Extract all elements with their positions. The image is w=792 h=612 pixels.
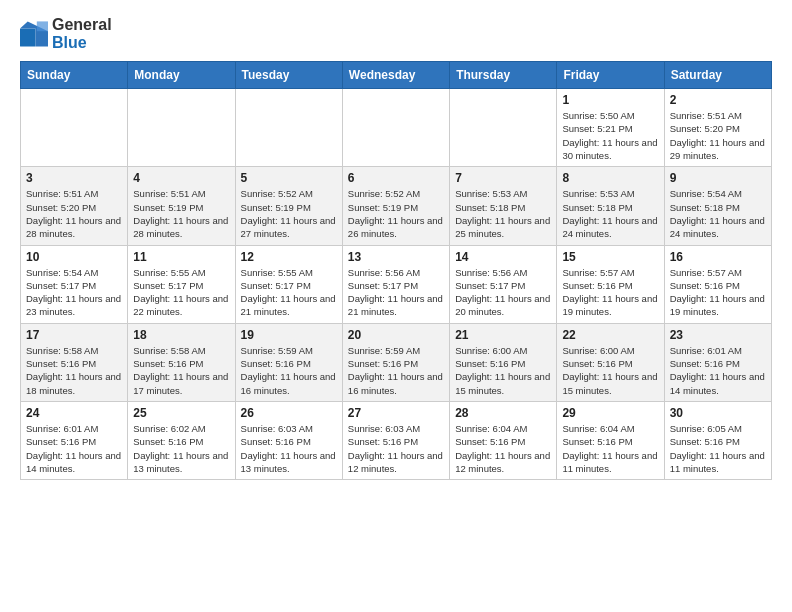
- day-info: Sunrise: 5:56 AM Sunset: 5:17 PM Dayligh…: [455, 266, 551, 319]
- calendar-cell: [342, 89, 449, 167]
- calendar-cell: 18Sunrise: 5:58 AM Sunset: 5:16 PM Dayli…: [128, 323, 235, 401]
- week-row-2: 3Sunrise: 5:51 AM Sunset: 5:20 PM Daylig…: [21, 167, 772, 245]
- svg-marker-2: [37, 21, 48, 31]
- calendar-cell: 20Sunrise: 5:59 AM Sunset: 5:16 PM Dayli…: [342, 323, 449, 401]
- calendar-cell: 26Sunrise: 6:03 AM Sunset: 5:16 PM Dayli…: [235, 401, 342, 479]
- calendar-cell: 22Sunrise: 6:00 AM Sunset: 5:16 PM Dayli…: [557, 323, 664, 401]
- calendar-cell: 24Sunrise: 6:01 AM Sunset: 5:16 PM Dayli…: [21, 401, 128, 479]
- day-info: Sunrise: 5:59 AM Sunset: 5:16 PM Dayligh…: [348, 344, 444, 397]
- day-info: Sunrise: 5:50 AM Sunset: 5:21 PM Dayligh…: [562, 109, 658, 162]
- day-number: 21: [455, 328, 551, 342]
- day-number: 13: [348, 250, 444, 264]
- day-number: 2: [670, 93, 766, 107]
- week-row-3: 10Sunrise: 5:54 AM Sunset: 5:17 PM Dayli…: [21, 245, 772, 323]
- logo: General Blue: [20, 16, 112, 51]
- day-info: Sunrise: 6:00 AM Sunset: 5:16 PM Dayligh…: [562, 344, 658, 397]
- weekday-header-thursday: Thursday: [450, 62, 557, 89]
- weekday-header-friday: Friday: [557, 62, 664, 89]
- calendar-cell: 27Sunrise: 6:03 AM Sunset: 5:16 PM Dayli…: [342, 401, 449, 479]
- calendar-table: SundayMondayTuesdayWednesdayThursdayFrid…: [20, 61, 772, 480]
- logo-line2: Blue: [52, 34, 112, 52]
- day-number: 4: [133, 171, 229, 185]
- day-info: Sunrise: 5:55 AM Sunset: 5:17 PM Dayligh…: [241, 266, 337, 319]
- day-number: 9: [670, 171, 766, 185]
- day-info: Sunrise: 5:56 AM Sunset: 5:17 PM Dayligh…: [348, 266, 444, 319]
- day-number: 26: [241, 406, 337, 420]
- calendar-cell: 3Sunrise: 5:51 AM Sunset: 5:20 PM Daylig…: [21, 167, 128, 245]
- day-info: Sunrise: 6:02 AM Sunset: 5:16 PM Dayligh…: [133, 422, 229, 475]
- calendar-cell: 19Sunrise: 5:59 AM Sunset: 5:16 PM Dayli…: [235, 323, 342, 401]
- calendar-cell: 12Sunrise: 5:55 AM Sunset: 5:17 PM Dayli…: [235, 245, 342, 323]
- day-number: 25: [133, 406, 229, 420]
- week-row-4: 17Sunrise: 5:58 AM Sunset: 5:16 PM Dayli…: [21, 323, 772, 401]
- weekday-header-sunday: Sunday: [21, 62, 128, 89]
- day-info: Sunrise: 6:04 AM Sunset: 5:16 PM Dayligh…: [562, 422, 658, 475]
- day-number: 23: [670, 328, 766, 342]
- calendar-cell: 13Sunrise: 5:56 AM Sunset: 5:17 PM Dayli…: [342, 245, 449, 323]
- day-info: Sunrise: 6:01 AM Sunset: 5:16 PM Dayligh…: [26, 422, 122, 475]
- day-number: 28: [455, 406, 551, 420]
- weekday-header-tuesday: Tuesday: [235, 62, 342, 89]
- calendar-cell: 8Sunrise: 5:53 AM Sunset: 5:18 PM Daylig…: [557, 167, 664, 245]
- calendar-cell: [235, 89, 342, 167]
- calendar-cell: [450, 89, 557, 167]
- day-info: Sunrise: 6:04 AM Sunset: 5:16 PM Dayligh…: [455, 422, 551, 475]
- weekday-header-row: SundayMondayTuesdayWednesdayThursdayFrid…: [21, 62, 772, 89]
- calendar-cell: 6Sunrise: 5:52 AM Sunset: 5:19 PM Daylig…: [342, 167, 449, 245]
- day-info: Sunrise: 5:51 AM Sunset: 5:20 PM Dayligh…: [670, 109, 766, 162]
- calendar-cell: 30Sunrise: 6:05 AM Sunset: 5:16 PM Dayli…: [664, 401, 771, 479]
- calendar-cell: 25Sunrise: 6:02 AM Sunset: 5:16 PM Dayli…: [128, 401, 235, 479]
- calendar-cell: 10Sunrise: 5:54 AM Sunset: 5:17 PM Dayli…: [21, 245, 128, 323]
- calendar-cell: 7Sunrise: 5:53 AM Sunset: 5:18 PM Daylig…: [450, 167, 557, 245]
- day-info: Sunrise: 5:53 AM Sunset: 5:18 PM Dayligh…: [455, 187, 551, 240]
- calendar-cell: 1Sunrise: 5:50 AM Sunset: 5:21 PM Daylig…: [557, 89, 664, 167]
- calendar-cell: 4Sunrise: 5:51 AM Sunset: 5:19 PM Daylig…: [128, 167, 235, 245]
- logo-icon: [20, 20, 48, 48]
- calendar-cell: 16Sunrise: 5:57 AM Sunset: 5:16 PM Dayli…: [664, 245, 771, 323]
- day-info: Sunrise: 5:57 AM Sunset: 5:16 PM Dayligh…: [670, 266, 766, 319]
- day-info: Sunrise: 5:52 AM Sunset: 5:19 PM Dayligh…: [348, 187, 444, 240]
- calendar-cell: [21, 89, 128, 167]
- day-info: Sunrise: 5:55 AM Sunset: 5:17 PM Dayligh…: [133, 266, 229, 319]
- calendar-cell: 5Sunrise: 5:52 AM Sunset: 5:19 PM Daylig…: [235, 167, 342, 245]
- day-info: Sunrise: 5:54 AM Sunset: 5:18 PM Dayligh…: [670, 187, 766, 240]
- day-number: 14: [455, 250, 551, 264]
- calendar-cell: 21Sunrise: 6:00 AM Sunset: 5:16 PM Dayli…: [450, 323, 557, 401]
- day-number: 1: [562, 93, 658, 107]
- day-info: Sunrise: 5:57 AM Sunset: 5:16 PM Dayligh…: [562, 266, 658, 319]
- week-row-5: 24Sunrise: 6:01 AM Sunset: 5:16 PM Dayli…: [21, 401, 772, 479]
- day-number: 10: [26, 250, 122, 264]
- calendar-cell: [128, 89, 235, 167]
- day-info: Sunrise: 5:51 AM Sunset: 5:19 PM Dayligh…: [133, 187, 229, 240]
- calendar-cell: 9Sunrise: 5:54 AM Sunset: 5:18 PM Daylig…: [664, 167, 771, 245]
- weekday-header-wednesday: Wednesday: [342, 62, 449, 89]
- day-info: Sunrise: 6:03 AM Sunset: 5:16 PM Dayligh…: [348, 422, 444, 475]
- day-info: Sunrise: 6:03 AM Sunset: 5:16 PM Dayligh…: [241, 422, 337, 475]
- calendar-cell: 28Sunrise: 6:04 AM Sunset: 5:16 PM Dayli…: [450, 401, 557, 479]
- day-number: 15: [562, 250, 658, 264]
- day-info: Sunrise: 5:53 AM Sunset: 5:18 PM Dayligh…: [562, 187, 658, 240]
- day-number: 5: [241, 171, 337, 185]
- svg-rect-0: [20, 28, 35, 46]
- day-number: 18: [133, 328, 229, 342]
- day-number: 20: [348, 328, 444, 342]
- day-info: Sunrise: 5:58 AM Sunset: 5:16 PM Dayligh…: [26, 344, 122, 397]
- calendar-cell: 17Sunrise: 5:58 AM Sunset: 5:16 PM Dayli…: [21, 323, 128, 401]
- weekday-header-saturday: Saturday: [664, 62, 771, 89]
- calendar-cell: 11Sunrise: 5:55 AM Sunset: 5:17 PM Dayli…: [128, 245, 235, 323]
- day-info: Sunrise: 6:00 AM Sunset: 5:16 PM Dayligh…: [455, 344, 551, 397]
- calendar-cell: 2Sunrise: 5:51 AM Sunset: 5:20 PM Daylig…: [664, 89, 771, 167]
- weekday-header-monday: Monday: [128, 62, 235, 89]
- logo-line1: General: [52, 16, 112, 34]
- day-info: Sunrise: 5:52 AM Sunset: 5:19 PM Dayligh…: [241, 187, 337, 240]
- calendar-cell: 15Sunrise: 5:57 AM Sunset: 5:16 PM Dayli…: [557, 245, 664, 323]
- header: General Blue: [20, 16, 772, 51]
- day-number: 3: [26, 171, 122, 185]
- day-number: 19: [241, 328, 337, 342]
- day-number: 6: [348, 171, 444, 185]
- day-info: Sunrise: 6:05 AM Sunset: 5:16 PM Dayligh…: [670, 422, 766, 475]
- day-number: 22: [562, 328, 658, 342]
- day-number: 12: [241, 250, 337, 264]
- calendar-cell: 29Sunrise: 6:04 AM Sunset: 5:16 PM Dayli…: [557, 401, 664, 479]
- day-number: 27: [348, 406, 444, 420]
